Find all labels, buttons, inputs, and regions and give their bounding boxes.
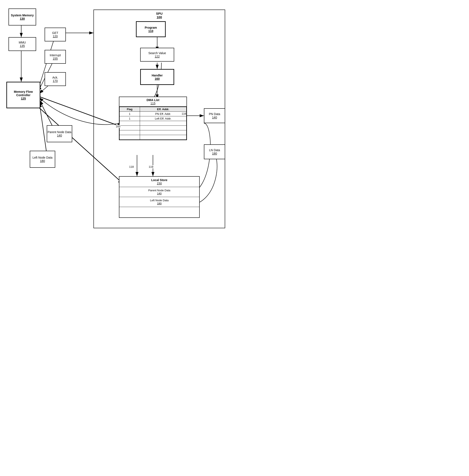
label-118: 118 — [129, 165, 134, 168]
local-store-ln-label: Left Node Data — [150, 199, 168, 202]
dma-row5-flag — [119, 130, 140, 135]
local-store-ln-row: Left Node Data 180 — [119, 197, 199, 207]
pn-data-box: PN Data 140 — [204, 108, 225, 123]
ack-number: 170 — [53, 79, 58, 82]
mmu-box: MMU 135 — [8, 37, 36, 51]
table-row — [119, 126, 186, 130]
parent-node-data-left-label: Parent Node Data — [48, 130, 71, 134]
system-memory-label: System Memory — [11, 14, 34, 17]
ack-label: Ack. — [52, 76, 58, 79]
search-value-label: Search Value — [148, 51, 166, 55]
dma-row3-flag — [119, 121, 140, 126]
table-row: 1 Left Eff. Addr. — [119, 116, 186, 121]
mmu-label: MMU — [19, 41, 26, 44]
table-row — [119, 135, 186, 140]
label-116: 116 — [182, 112, 186, 115]
dma-col-flag: Flag — [119, 107, 140, 112]
label-165: 165 — [116, 125, 120, 128]
local-store-pn-row: Parent Node Data 140 — [119, 187, 199, 197]
program-box: Program 110 — [136, 21, 166, 37]
search-value-box: Search Value 122 — [140, 48, 174, 62]
local-store-box: Local Store 150 Parent Node Data 140 Lef… — [119, 176, 200, 218]
ln-data-box: LN Data 180 — [204, 144, 225, 159]
ln-data-number: 180 — [212, 152, 217, 155]
parent-node-data-left-box: Parent Node Data 140 — [47, 125, 72, 142]
dma-row2-flag: 1 — [119, 116, 140, 121]
spu-number: 100 — [157, 15, 162, 19]
search-value-number: 122 — [155, 55, 160, 58]
local-store-pn-number: 140 — [157, 192, 162, 195]
dma-row3-addr — [140, 121, 186, 126]
table-row: 1 PN Eff. Addr. — [119, 112, 186, 116]
pn-data-number: 140 — [212, 116, 217, 119]
program-label: Program — [145, 26, 157, 29]
handler-label: Handler — [152, 74, 163, 77]
memory-flow-label: Memory Flow Controller — [7, 90, 40, 97]
handler-box: Handler 160 — [140, 69, 174, 85]
get-box: GET 120 — [45, 28, 66, 41]
interrupt-box: Interrupt 155 — [45, 50, 66, 64]
dma-list-box: DMA List 115 Flag Eff. Addr. 1 PN Eff. A… — [119, 97, 187, 140]
dma-row5-addr — [140, 130, 186, 135]
ack-box: Ack. 170 — [45, 72, 66, 86]
memory-flow-controller-box: Memory Flow Controller 125 — [6, 82, 40, 108]
dma-row1-addr: PN Eff. Addr. — [140, 112, 186, 116]
local-store-ln-number: 180 — [157, 202, 162, 205]
table-row — [119, 130, 186, 135]
program-number: 110 — [148, 29, 153, 33]
ln-data-label: LN Data — [209, 148, 220, 152]
dma-list-number: 115 — [151, 102, 155, 105]
local-store-title: Local Store — [151, 178, 168, 182]
dma-row2-addr: Left Eff. Addr. — [140, 116, 186, 121]
system-memory-number: 130 — [20, 17, 25, 20]
dma-row6-addr — [140, 135, 186, 140]
dma-row4-flag — [119, 126, 140, 130]
interrupt-label: Interrupt — [50, 53, 61, 57]
dma-list-title: DMA List — [147, 98, 159, 102]
handler-number: 160 — [155, 77, 160, 81]
parent-node-data-left-number: 140 — [57, 134, 62, 137]
dma-col-eff-addr: Eff. Addr. — [140, 107, 186, 112]
get-label: GET — [52, 31, 58, 35]
pn-data-label: PN Data — [209, 112, 220, 116]
interrupt-number: 155 — [53, 57, 58, 60]
memory-flow-number: 125 — [21, 97, 26, 100]
local-store-number: 150 — [157, 182, 162, 185]
left-node-data-left-label: Left Node Data — [33, 156, 52, 159]
label-119: 119 — [149, 165, 153, 168]
dma-row4-addr — [140, 126, 186, 130]
left-node-data-left-number: 180 — [40, 159, 45, 163]
dma-table: Flag Eff. Addr. 1 PN Eff. Addr. 1 Left E… — [119, 107, 186, 140]
diagram-container: System Memory 130 MMU 135 GET 120 Interr… — [0, 0, 234, 238]
left-node-data-left-box: Left Node Data 180 — [30, 151, 55, 168]
local-store-pn-label: Parent Node Data — [148, 189, 170, 192]
dma-row1-flag: 1 — [119, 112, 140, 116]
spu-label: SPU — [156, 12, 163, 15]
system-memory-box: System Memory 130 — [8, 8, 36, 25]
dma-row6-flag — [119, 135, 140, 140]
get-number: 120 — [53, 35, 58, 38]
mmu-number: 135 — [20, 44, 25, 48]
table-row — [119, 121, 186, 126]
